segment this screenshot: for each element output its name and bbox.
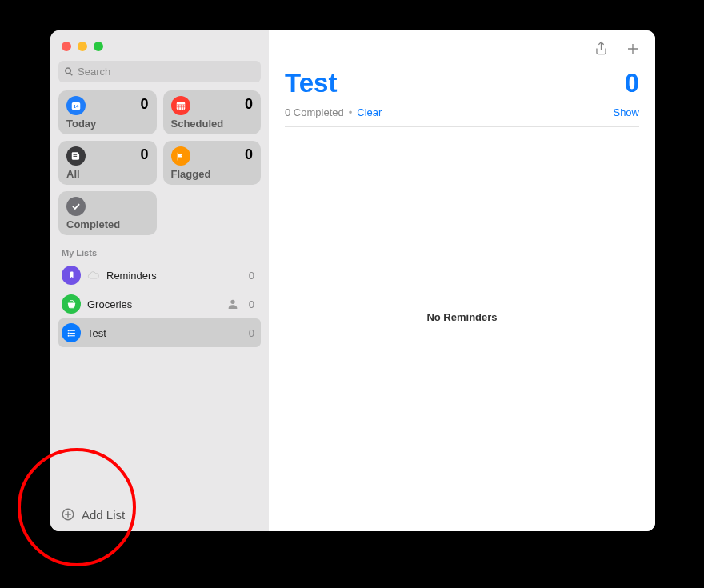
window-controls [50, 30, 269, 59]
all-count: 0 [140, 146, 148, 163]
share-button[interactable] [593, 41, 609, 57]
list-title: Test [285, 68, 337, 98]
reminders-list-icon [62, 266, 81, 285]
add-list-label: Add List [82, 508, 125, 522]
all-label: All [66, 168, 149, 180]
all-icon [66, 146, 86, 166]
plus-circle-icon [61, 507, 75, 522]
my-lists-header: My Lists [50, 235, 269, 261]
smart-tile-completed[interactable]: Completed [58, 191, 157, 235]
smart-tile-scheduled[interactable]: 0 Scheduled [163, 90, 262, 134]
search-input[interactable] [78, 66, 255, 78]
plus-icon [626, 42, 640, 56]
list-total-count: 0 [625, 68, 639, 98]
list-item-reminders[interactable]: Reminders 0 [58, 261, 261, 290]
today-label: Today [66, 118, 149, 130]
svg-point-12 [67, 330, 69, 331]
smart-tile-all[interactable]: 0 All [58, 141, 157, 185]
add-reminder-button[interactable] [625, 41, 641, 57]
show-completed-button[interactable]: Show [613, 106, 639, 118]
flagged-icon [171, 146, 190, 166]
list-item-label: Test [87, 327, 242, 339]
svg-rect-13 [70, 330, 74, 330]
completed-label: Completed [66, 218, 149, 230]
svg-rect-15 [70, 332, 74, 333]
separator-dot: • [349, 106, 353, 118]
search-field[interactable] [58, 61, 261, 82]
reminders-area[interactable]: No Reminders [269, 127, 655, 531]
close-window-button[interactable] [62, 42, 71, 51]
scheduled-label: Scheduled [171, 118, 254, 130]
svg-point-14 [67, 332, 69, 334]
clear-completed-button[interactable]: Clear [357, 106, 382, 118]
flagged-count: 0 [245, 146, 253, 163]
list-header: Test 0 [269, 63, 655, 100]
today-icon: 14 [66, 96, 86, 115]
smart-tile-flagged[interactable]: 0 Flagged [163, 141, 262, 185]
scheduled-icon [171, 96, 190, 115]
flagged-label: Flagged [171, 168, 254, 180]
shared-icon [226, 298, 239, 310]
minimize-window-button[interactable] [78, 42, 87, 51]
list-item-test[interactable]: Test 0 [58, 318, 261, 347]
svg-rect-10 [74, 156, 78, 157]
test-list-icon [62, 323, 81, 342]
svg-rect-9 [74, 154, 78, 155]
svg-rect-17 [70, 335, 74, 336]
svg-text:14: 14 [74, 104, 79, 109]
smart-tile-today[interactable]: 14 0 Today [58, 90, 157, 134]
cloud-icon [87, 269, 100, 282]
app-window: 14 0 Today 0 Scheduled [50, 30, 655, 531]
groceries-list-icon [62, 294, 81, 314]
main-panel: Test 0 0 Completed • Clear Show No Remin… [269, 30, 655, 531]
sidebar: 14 0 Today 0 Scheduled [50, 30, 269, 531]
list-item-count: 0 [249, 298, 254, 310]
list-item-label: Reminders [106, 270, 242, 282]
svg-point-16 [67, 334, 69, 336]
empty-state-text: No Reminders [426, 311, 497, 323]
list-item-label: Groceries [87, 298, 220, 310]
smart-list-grid: 14 0 Today 0 Scheduled [50, 90, 269, 235]
list-item-groceries[interactable]: Groceries 0 [58, 290, 261, 318]
completed-count-text: 0 Completed [285, 106, 344, 118]
svg-point-11 [230, 300, 234, 304]
scheduled-count: 0 [245, 96, 253, 113]
list-item-count: 0 [249, 327, 254, 339]
completed-icon [66, 197, 86, 216]
search-icon [64, 66, 74, 77]
fullscreen-window-button[interactable] [94, 42, 103, 51]
completed-bar: 0 Completed • Clear Show [269, 100, 655, 126]
toolbar [269, 30, 655, 63]
list-item-count: 0 [249, 270, 254, 282]
today-count: 0 [140, 96, 148, 113]
share-icon [594, 40, 609, 57]
add-list-button[interactable]: Add List [50, 499, 269, 531]
user-lists: Reminders 0 Groceries 0 Test 0 [50, 261, 269, 347]
